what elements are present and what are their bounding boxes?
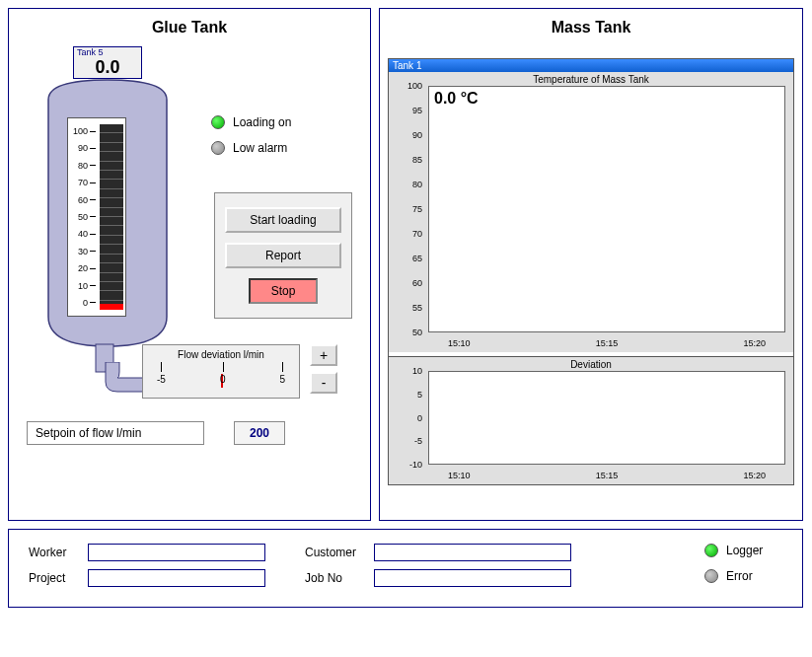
led-green-icon [704,544,718,557]
customer-label: Customer [305,546,374,559]
batch-info-panel: Worker Project Customer Job No Logger Er… [8,529,803,608]
loading-on-label: Loading on [233,115,291,129]
chart-window-titlebar: Tank 1 [389,59,793,72]
temperature-chart: Temperature of Mass Tank 100 95 90 85 80… [389,72,793,352]
logger-indicator: Logger [704,544,763,557]
deviation-chart-title: Deviation [570,359,612,370]
loading-on-indicator: Loading on [211,115,291,129]
flow-stepper: + - [310,344,337,400]
report-button[interactable]: Report [225,243,341,268]
level-bar [100,124,123,310]
tank-name: Tank 5 [74,47,141,57]
mass-tank-title: Mass Tank [390,19,792,36]
customer-input[interactable] [374,544,571,561]
flow-plus-button[interactable]: + [310,344,337,366]
mass-tank-panel: Mass Tank Tank 1 Temperature of Mass Tan… [379,8,803,521]
setpoint-row: Setpoin of flow l/min 200 [27,421,285,445]
glue-tank-panel: Glue Tank Tank 5 0.0 100 90 80 [8,8,371,521]
error-indicator: Error [704,569,763,583]
flow-deviation-gauge: Flow deviation l/min -5 0 5 [142,344,300,399]
worker-label: Worker [29,546,88,559]
jobno-input[interactable] [374,569,571,587]
temperature-plot-area [428,86,785,332]
project-input[interactable] [88,569,265,587]
low-alarm-label: Low alarm [233,141,287,155]
setpoint-label: Setpoin of flow l/min [27,421,204,445]
control-buttons: Start loading Report Stop [214,192,352,319]
temperature-x-ticks: 15:10 15:15 15:20 [428,338,785,348]
led-grey-icon [704,569,718,583]
led-green-icon [211,115,225,129]
low-alarm-indicator: Low alarm [211,141,291,155]
worker-input[interactable] [88,544,265,561]
tank-level-value: 0.0 [74,57,141,78]
tank-level-readout: Tank 5 0.0 [73,46,142,79]
glue-tank-graphic: Tank 5 0.0 100 90 80 70 60 [19,46,360,362]
stop-button[interactable]: Stop [249,278,318,304]
deviation-plot-area [428,371,785,465]
setpoint-value[interactable]: 200 [234,421,285,445]
led-grey-icon [211,141,225,155]
project-label: Project [29,571,88,585]
flow-minus-button[interactable]: - [310,372,337,394]
start-loading-button[interactable]: Start loading [225,207,341,233]
glue-tank-title: Glue Tank [19,19,360,36]
deviation-x-ticks: 15:10 15:15 15:20 [428,471,785,480]
logger-label: Logger [726,544,763,557]
deviation-y-ticks: 10 5 0 -5 -10 [389,371,426,465]
temperature-reading: 0.0 °C [434,90,479,108]
temperature-y-ticks: 100 95 90 85 80 75 70 65 60 55 50 [389,86,426,332]
jobno-label: Job No [305,571,374,585]
level-gauge: 100 90 80 70 60 50 40 30 20 10 0 [67,117,126,317]
chart-window: Tank 1 Temperature of Mass Tank 100 95 9… [388,58,794,485]
temperature-chart-title: Temperature of Mass Tank [533,74,649,85]
indicators: Loading on Low alarm [211,115,291,167]
error-label: Error [726,569,753,583]
deviation-chart: Deviation 10 5 0 -5 -10 15:10 15:15 15:2… [389,356,793,484]
flow-title: Flow deviation l/min [147,349,295,360]
